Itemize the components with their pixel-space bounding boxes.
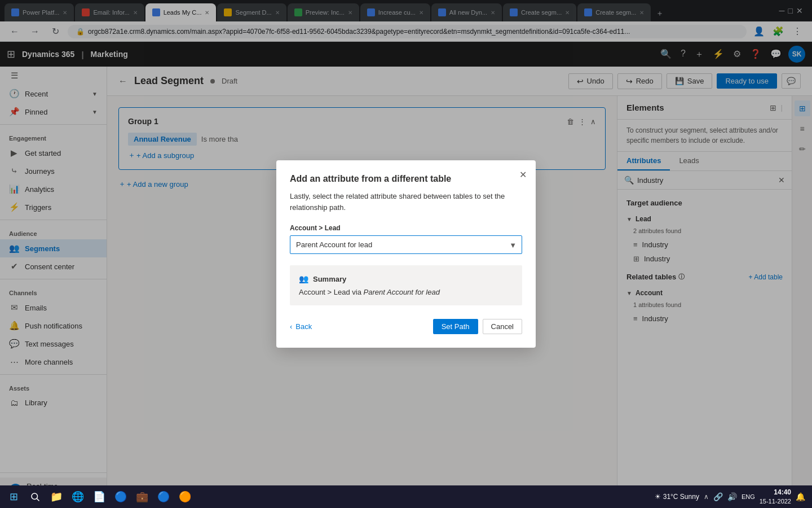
edge-icon: 🌐 <box>72 491 84 503</box>
weather-icon: ☀ <box>655 493 661 501</box>
modal-title: Add an attribute from a different table <box>290 174 522 184</box>
cancel-button[interactable]: Cancel <box>483 319 522 334</box>
set-path-button[interactable]: Set Path <box>433 319 478 334</box>
summary-text-plain: Account > Lead via <box>299 288 364 296</box>
modal-summary-text: Account > Lead via Parent Account for le… <box>299 288 513 296</box>
modal-dialog: Add an attribute from a different table … <box>276 160 536 348</box>
modal-summary-box: 👥 Summary Account > Lead via Parent Acco… <box>290 265 522 305</box>
taskbar-tray: ☀ 31°C Sunny ∧ 🔗 🔊 ENG 14:40 15-11-2022 … <box>650 488 810 506</box>
svg-line-1 <box>37 498 39 501</box>
notification-icon[interactable]: 🔔 <box>796 492 805 501</box>
back-arrow-icon: ‹ <box>290 322 292 331</box>
folder-icon: 📁 <box>50 491 63 503</box>
skype-icon: 🔵 <box>157 491 170 503</box>
taskbar-edge[interactable]: 🌐 <box>68 487 88 507</box>
date-display: 15-11-2022 <box>760 497 791 506</box>
language-label: ENG <box>742 493 755 500</box>
start-button[interactable]: ⊞ <box>2 485 25 508</box>
taskbar-search[interactable] <box>25 487 45 507</box>
summary-text-italic: Parent Account for lead <box>364 288 440 296</box>
svg-point-0 <box>32 493 38 500</box>
modal-footer: ‹ Back Set Path Cancel <box>290 319 522 334</box>
taskbar-time[interactable]: 14:40 15-11-2022 <box>760 488 791 506</box>
app6-icon: 🟠 <box>179 491 191 503</box>
volume-icon[interactable]: 🔊 <box>727 492 737 501</box>
modal-close-button[interactable]: ✕ <box>519 169 527 180</box>
modal-summary-header: 👥 Summary <box>299 274 513 283</box>
modal-footer-right: Set Path Cancel <box>433 319 522 334</box>
teams-icon: 💼 <box>136 491 148 503</box>
taskbar-app6[interactable]: 🟠 <box>175 487 195 507</box>
modal-overlay[interactable]: Add an attribute from a different table … <box>0 0 812 508</box>
modal-field-label: Account > Lead <box>290 224 522 232</box>
time-display: 14:40 <box>760 488 791 497</box>
taskbar: ⊞ 📁 🌐 📄 🔵 💼 🔵 🟠 ☀ 31°C Sunny <box>0 485 812 508</box>
search-taskbar-icon <box>30 492 40 502</box>
weather-text: 31°C Sunny <box>663 493 699 501</box>
summary-icon: 👥 <box>299 274 308 283</box>
modal-select-wrapper: Parent Account for lead ▼ <box>290 235 522 254</box>
tray-icons[interactable]: ∧ <box>704 493 709 501</box>
windows-icon: ⊞ <box>10 491 18 503</box>
taskbar-chrome[interactable]: 🔵 <box>111 487 131 507</box>
word-icon: 📄 <box>93 491 105 503</box>
back-button-modal[interactable]: ‹ Back <box>290 322 312 331</box>
network-icon[interactable]: 🔗 <box>713 492 723 501</box>
weather-display: ☀ 31°C Sunny <box>655 493 699 501</box>
modal-select[interactable]: Parent Account for lead <box>290 235 522 254</box>
summary-header-label: Summary <box>313 275 346 283</box>
taskbar-skype[interactable]: 🔵 <box>153 487 174 507</box>
taskbar-items: 📁 🌐 📄 🔵 💼 🔵 🟠 <box>25 487 650 507</box>
taskbar-teams[interactable]: 💼 <box>132 487 152 507</box>
chrome-icon: 🔵 <box>114 491 127 503</box>
modal-description: Lastly, select the related attribute sha… <box>290 191 522 213</box>
taskbar-word[interactable]: 📄 <box>89 487 109 507</box>
taskbar-file-explorer[interactable]: 📁 <box>46 487 67 507</box>
